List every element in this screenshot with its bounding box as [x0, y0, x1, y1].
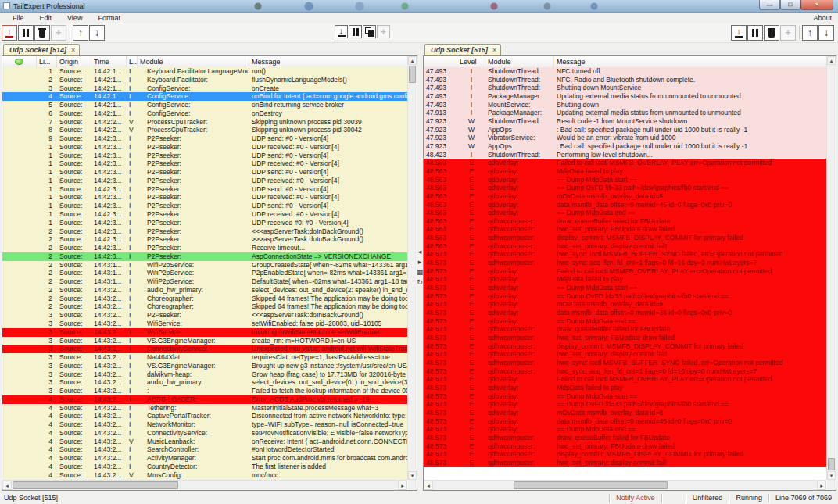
- log-row[interactable]: 47.493IMountService:Shutting down: [424, 101, 827, 109]
- log-row[interactable]: 47.493IShutdownThread:Shutting down Moun…: [424, 84, 827, 92]
- scroll-right-icon[interactable]: ▸: [398, 481, 407, 490]
- log-row[interactable]: 1Source:14:42:1...IKeyboard.Facilitator.…: [2, 67, 408, 76]
- clear-button[interactable]: [34, 25, 50, 41]
- menu-view[interactable]: View: [59, 14, 90, 22]
- log-row[interactable]: 48.563Eqdhwcomposer:hwc_set_primary: dis…: [424, 242, 827, 251]
- log-row[interactable]: 2Source:14:42:3...IP2Pseeker:Receive tim…: [2, 244, 408, 252]
- log-row[interactable]: 48.563Eqdhwcomposer:display_commit: MSMF…: [424, 234, 827, 242]
- log-row[interactable]: 3Source:14:43:2...Idalvikvm-heap:Grow he…: [2, 370, 408, 379]
- column-header[interactable]: Message: [249, 56, 408, 67]
- log-row[interactable]: 2Source:14:42:3...IP2Pseeker:<<<aspServe…: [2, 227, 408, 236]
- log-row[interactable]: 4Source:14:43:2...INetworkMonitor:type=W…: [2, 420, 408, 429]
- log-row[interactable]: 2Source:14:43:2...Iaudio_hw_primary:sele…: [2, 286, 408, 295]
- panel-splitter[interactable]: ◂ ▸ ▦ ↻: [417, 43, 423, 491]
- scroll-down-icon[interactable]: ▾: [408, 471, 417, 480]
- log-row[interactable]: 48.573Eqdoverlay:== Dump OvFD fd=33 path…: [424, 292, 827, 301]
- log-row[interactable]: 2Source:14:43:1...IWifiP2pService:Defaul…: [2, 277, 408, 286]
- log-row[interactable]: 4Source:14:43:2...ITethering:MasterIniti…: [2, 404, 408, 413]
- log-row[interactable]: 48.573Eqdoverlay:== Dump MdpData start =…: [424, 392, 827, 401]
- scroll-top-button[interactable]: ↑: [73, 25, 88, 41]
- log-row[interactable]: 4Source:14:43:2...ICaptivePortalTracker:…: [2, 412, 408, 420]
- right-vscroll-thumb[interactable]: [828, 458, 835, 470]
- close-button[interactable]: ×: [800, 0, 833, 10]
- pause-button[interactable]: [18, 25, 34, 41]
- log-row[interactable]: 48.563Eqdoverlay:== Dump MdpData start =…: [424, 176, 827, 184]
- log-row[interactable]: 48.573Eqdhwcomposer:hwc_set_primary: dis…: [424, 459, 827, 467]
- log-row[interactable]: 48.573Eqdoverlay:== Dump MdpData end ==: [424, 425, 827, 434]
- column-header[interactable]: Module: [138, 56, 249, 67]
- log-row[interactable]: 2Source:14:43:1...IWifiP2pService:P2pEna…: [2, 269, 408, 277]
- log-row[interactable]: 9Source:14:42:3...IP2Pseeker:UDP send: #…: [2, 134, 408, 143]
- log-row[interactable]: 8Source:14:42:2...VProcessCpuTracker:Ski…: [2, 126, 408, 134]
- log-row[interactable]: 1Source:14:42:3...IP2Pseeker:UDP receive…: [2, 159, 408, 168]
- log-row[interactable]: 2Source:14:42:1...IKeyboard.Facilitator:…: [2, 76, 408, 84]
- pause-button-2[interactable]: [747, 25, 763, 41]
- log-row[interactable]: 2Source:14:43:2...IChoreographer:Skipped…: [2, 295, 408, 303]
- column-header[interactable]: Li...: [37, 56, 57, 67]
- log-row[interactable]: 47.493IShutdownThread:NFC turned off.: [424, 67, 827, 76]
- status-notify[interactable]: Notify Active: [610, 494, 661, 502]
- log-row[interactable]: 4Source:14:43:2...IActivityManager:Start…: [2, 454, 408, 463]
- log-row[interactable]: 47.493IShutdownThread:NFC, Radio and Blu…: [424, 76, 827, 84]
- scroll-top-button-2[interactable]: ↑: [802, 25, 818, 41]
- column-header[interactable]: Origin: [57, 56, 91, 67]
- log-row[interactable]: 48.423IShutdownThread:Performing low-lev…: [424, 151, 827, 159]
- log-row[interactable]: 4Source:14:43:2...VMmsConfig:mnc/mcc:: [2, 471, 408, 480]
- column-header[interactable]: Module: [485, 56, 554, 67]
- log-row[interactable]: 48.573Eqdhwcomposer:hwc_set_primary: FBU…: [424, 334, 827, 342]
- column-header[interactable]: [2, 56, 37, 67]
- log-row[interactable]: 1Source:14:42:3...IP2Pseeker:UDP send: #…: [2, 202, 408, 210]
- left-vertical-scrollbar[interactable]: ▴ ▾: [407, 56, 417, 480]
- log-row[interactable]: 48.563Eqdhwcomposer:draw: queueBuffer fa…: [424, 217, 827, 226]
- log-row[interactable]: 48.573Eqdhwcomposer:hwc_sync: ioctl MSMF…: [424, 359, 827, 367]
- log-row[interactable]: 3Source:14:43:2...IConnectivityService:U…: [2, 345, 408, 353]
- log-row[interactable]: 3Source:14:43:2...IVS.G3EngineManager:cr…: [2, 337, 408, 345]
- log-row[interactable]: 48.573Eqdoverlay:mOvData msmfb_overlay_d…: [424, 409, 827, 417]
- log-row[interactable]: 5Source:14:42:1...IConfigService:onBind …: [2, 101, 408, 109]
- log-row[interactable]: 48.573Eqdhwcomposer:draw: queueBuffer fa…: [424, 434, 827, 442]
- scroll-down-icon[interactable]: ▾: [827, 471, 836, 480]
- log-row[interactable]: 2Source:14:43:2...IChoreographer:Skipped…: [2, 302, 408, 311]
- log-row[interactable]: 48.573Eqdhwcomposer:hwc_sync: acq_fen_fd…: [424, 259, 827, 267]
- log-row[interactable]: 48.573Eqdoverlay:MdpData failed to play: [424, 384, 827, 392]
- log-row[interactable]: 47.923WShutdownThread:Result code -1 fro…: [424, 117, 827, 126]
- log-row[interactable]: 3Source:14:43:2...IP2Pseeker:<<<aspServe…: [2, 311, 408, 320]
- tab-close-icon[interactable]: ×: [492, 46, 496, 54]
- log-row[interactable]: 48.573Eqdoverlay:data msmfb_data offset=…: [424, 309, 827, 317]
- log-row[interactable]: 6Source:14:42:1...IConfigService:onDestr…: [2, 109, 408, 118]
- log-row[interactable]: 48.573Eqdoverlay:mOvData msmfb_overlay_d…: [424, 300, 827, 309]
- log-row[interactable]: 1Source:14:42:3...IP2Pseeker:UDP receive…: [2, 210, 408, 219]
- log-row[interactable]: 47.923WVibratorService:Would be an error…: [424, 134, 827, 142]
- capture-button-2[interactable]: ↓: [731, 25, 747, 41]
- log-row[interactable]: 2Source:14:43:1...IWifiP2pService:GroupC…: [2, 261, 408, 270]
- log-row[interactable]: 3Source:14:43:2...INat464Xlat:requiresCl…: [2, 353, 408, 362]
- log-row[interactable]: 48.563Eqdoverlay:== Dump OvFD fd=33 path…: [424, 184, 827, 192]
- log-row[interactable]: 48.573Eqdoverlay:== Dump MdpData start =…: [424, 284, 827, 292]
- left-vscroll-thumb[interactable]: [409, 66, 416, 83]
- maximize-button[interactable]: □: [780, 0, 800, 10]
- pause-all-button[interactable]: [349, 25, 362, 38]
- log-row[interactable]: 48.573Eqdhwcomposer:display_commit: MSMF…: [424, 450, 827, 459]
- column-header[interactable]: Level: [457, 56, 485, 67]
- tab-close-icon[interactable]: ×: [71, 46, 75, 54]
- log-row[interactable]: 48.573Eqdhwcomposer:hwc_set_primary: FBU…: [424, 442, 827, 451]
- log-row[interactable]: 1Source:14:42:3...IP2Pseeker:UDP send: #…: [2, 152, 408, 160]
- clear-button-2[interactable]: [764, 25, 779, 41]
- log-row[interactable]: 7Source:14:42:2...VProcessCpuTracker:Ski…: [2, 118, 408, 127]
- log-row[interactable]: 48.573Eqdhwcomposer:hwc_sync: ioctl MSMF…: [424, 250, 827, 259]
- log-row[interactable]: 47.923WAppOps: Bad call: specified packa…: [424, 142, 827, 151]
- right-vertical-scrollbar[interactable]: ▴ ▾: [826, 56, 836, 480]
- minimize-button[interactable]: —: [759, 0, 780, 10]
- log-row[interactable]: 48.573Eqdoverlay:data msmfb_data offset=…: [424, 417, 827, 426]
- column-header[interactable]: [424, 56, 457, 67]
- tab-udp-socket-514[interactable]: Udp Socket [514] ×: [3, 44, 80, 55]
- log-row[interactable]: 3Source:14:43:2...IWifiService:setWifiEn…: [2, 320, 408, 328]
- column-header[interactable]: L..: [127, 56, 138, 67]
- log-row[interactable]: 4Source:14:43:2...ISearchController:#onH…: [2, 445, 408, 454]
- log-row[interactable]: 48.563Eqdhwcomposer:hwc_set_primary: FBU…: [424, 225, 827, 234]
- log-row[interactable]: 47.913IPackageManager:Updating external …: [424, 109, 827, 117]
- log-row[interactable]: 48.573Eqdoverlay:MdpData failed to play: [424, 275, 827, 284]
- scroll-bottom-button[interactable]: ↓: [89, 25, 105, 41]
- scroll-left-icon[interactable]: ◂: [424, 481, 433, 490]
- log-row[interactable]: 48.573Eqdoverlay:== Dump OvFD fd=33 path…: [424, 400, 827, 409]
